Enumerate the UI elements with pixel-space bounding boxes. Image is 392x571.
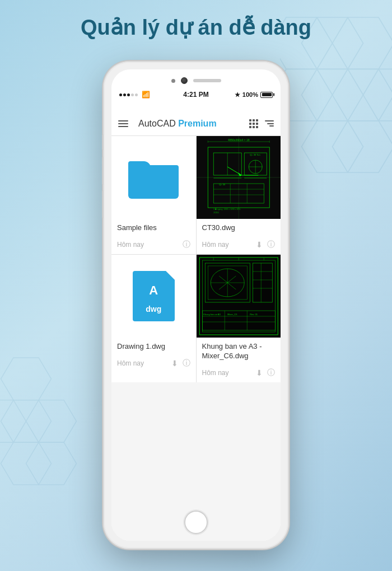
file-card-khung-ban-ve[interactable]: Khung ban ve A3 Mixer_C6 Rev: 01 xyxy=(197,255,281,382)
camera-area xyxy=(171,77,221,84)
download-button-ct30[interactable]: ⬇ xyxy=(256,240,263,249)
file-info-khung-ban-ve: Khung ban ve A3 - Mixer_C6.dwg xyxy=(197,338,281,366)
battery-icon xyxy=(260,92,273,98)
file-actions-drawing1: ⬇ ⓘ xyxy=(171,358,190,368)
folder-body xyxy=(128,165,179,199)
file-thumb-ct30: 4850x360x4 = 18 Q= 30 Q= 30 Ton xyxy=(197,136,281,219)
file-info-drawing1: Drawing 1.dwg xyxy=(111,338,196,356)
file-date-khung-ban-ve: Hôm nay xyxy=(202,369,229,377)
phone-inner: 📶 4:21 PM ★ 100% xyxy=(111,69,281,541)
app-title: AutoCAD Premium xyxy=(138,119,244,129)
svg-marker-4 xyxy=(333,69,393,120)
file-info-sample-files: Sample files xyxy=(111,219,196,237)
svg-marker-5 xyxy=(363,69,393,120)
svg-rect-43 xyxy=(197,255,281,338)
battery-percent: 100% xyxy=(242,91,258,98)
file-name-drawing1: Drawing 1.dwg xyxy=(117,342,190,352)
home-button[interactable] xyxy=(184,511,208,534)
file-card-sample-files[interactable]: Sample files Hôm nay ⓘ xyxy=(111,136,196,254)
dwg-a-letter: A xyxy=(149,283,158,298)
power-button xyxy=(288,162,290,199)
svg-marker-13 xyxy=(1,442,52,485)
svg-marker-9 xyxy=(1,358,52,400)
file-info-ct30: CT30.dwg xyxy=(197,219,281,237)
dwg-corner-white xyxy=(166,271,175,280)
svg-text:Mixer_C6: Mixer_C6 xyxy=(227,313,237,316)
file-name-khung-ban-ve: Khung ban ve A3 - Mixer_C6.dwg xyxy=(202,342,276,361)
svg-marker-12 xyxy=(26,400,77,443)
app-title-main: AutoCAD xyxy=(138,119,176,128)
cad-drawing-khung-ban-ve: Khung ban ve A3 Mixer_C6 Rev: 01 xyxy=(197,255,281,338)
app-title-premium: Premium xyxy=(176,119,217,128)
file-thumb-sample-files xyxy=(111,136,196,219)
app-toolbar: AutoCAD Premium xyxy=(111,111,281,136)
svg-marker-14 xyxy=(26,442,77,485)
download-button-khung-ban-ve[interactable]: ⬇ xyxy=(256,368,263,377)
file-grid: Sample files Hôm nay ⓘ xyxy=(111,136,281,382)
svg-marker-6 xyxy=(302,121,363,172)
menu-button[interactable] xyxy=(118,120,128,127)
folder-icon xyxy=(128,157,179,199)
wifi-icon: 📶 xyxy=(142,91,150,99)
file-card-ct30[interactable]: 4850x360x4 = 18 Q= 30 Q= 30 Ton xyxy=(197,136,281,254)
signal-area: 📶 xyxy=(119,91,150,99)
grid-view-button[interactable] xyxy=(249,119,258,128)
earpiece xyxy=(193,79,221,82)
mute-button xyxy=(102,134,104,150)
download-button-drawing1[interactable]: ⬇ xyxy=(171,359,178,368)
volume-up-button xyxy=(102,157,104,185)
phone-mockup: 📶 4:21 PM ★ 100% xyxy=(104,62,288,549)
bluetooth-icon: ★ xyxy=(235,91,240,99)
file-meta-khung-ban-ve: Hôm nay ⬇ ⓘ xyxy=(197,366,281,382)
sort-button[interactable] xyxy=(265,120,274,127)
file-date-sample-files: Hôm nay xyxy=(117,241,144,249)
volume-down-button xyxy=(102,190,104,218)
file-actions-ct30: ⬇ ⓘ xyxy=(256,240,275,250)
file-thumb-khung-ban-ve: Khung ban ve A3 Mixer_C6 Rev: 01 xyxy=(197,255,281,338)
svg-text:4850x360x4 = 18: 4850x360x4 = 18 xyxy=(227,138,249,142)
toolbar-icons xyxy=(249,119,274,128)
file-meta-drawing1: Hôm nay ⬇ ⓘ xyxy=(111,356,196,373)
clock: 4:21 PM xyxy=(183,91,208,99)
file-date-ct30: Hôm nay xyxy=(202,241,229,249)
status-bar: 📶 4:21 PM ★ 100% xyxy=(111,88,281,101)
battery-area: ★ 100% xyxy=(235,91,273,99)
info-button-sample-files[interactable]: ⓘ xyxy=(183,240,190,250)
phone-shell: 📶 4:21 PM ★ 100% xyxy=(104,62,288,549)
info-button-ct30[interactable]: ⓘ xyxy=(267,240,275,250)
svg-marker-10 xyxy=(0,400,26,443)
top-bezel: 📶 4:21 PM ★ 100% xyxy=(111,69,281,111)
svg-text:Q= 30: Q= 30 xyxy=(219,183,226,186)
file-name-sample-files: Sample files xyxy=(117,223,190,233)
battery-fill xyxy=(262,93,272,96)
svg-marker-3 xyxy=(302,69,363,120)
file-card-drawing1[interactable]: A dwg Drawing 1.dwg Hôm nay xyxy=(111,255,196,382)
front-sensor xyxy=(171,79,175,83)
svg-text:Rev: 01: Rev: 01 xyxy=(250,313,258,316)
file-name-ct30: CT30.dwg xyxy=(202,223,276,233)
svg-text:Khung ban ve A3: Khung ban ve A3 xyxy=(203,313,221,316)
info-button-drawing1[interactable]: ⓘ xyxy=(183,358,190,368)
svg-text:20355: 20355 xyxy=(213,212,219,214)
info-button-khung-ban-ve[interactable]: ⓘ xyxy=(267,368,275,378)
svg-text:Cắt ngang: 1200 x 1200 x 10%: Cắt ngang: 1200 x 1200 x 10% xyxy=(213,208,240,210)
svg-marker-11 xyxy=(1,400,52,443)
front-camera xyxy=(181,77,188,84)
dwg-label: dwg xyxy=(146,305,161,313)
signal-dots xyxy=(119,93,138,96)
svg-text:Q= 30 Ton: Q= 30 Ton xyxy=(250,153,260,156)
app-screen: AutoCAD Premium xyxy=(111,111,281,541)
page-headline: Quản lý dự án dễ dàng xyxy=(0,16,392,40)
file-thumb-drawing1: A dwg xyxy=(111,255,196,338)
file-meta-ct30: Hôm nay ⬇ ⓘ xyxy=(197,237,281,254)
file-date-drawing1: Hôm nay xyxy=(117,359,144,367)
file-actions-khung-ban-ve: ⬇ ⓘ xyxy=(256,368,275,378)
cad-drawing-ct30: 4850x360x4 = 18 Q= 30 Q= 30 Ton xyxy=(197,136,281,219)
file-meta-sample-files: Hôm nay ⓘ xyxy=(111,237,196,254)
file-actions-sample-files: ⓘ xyxy=(183,240,190,250)
svg-marker-7 xyxy=(333,121,393,172)
battery-bar xyxy=(260,92,273,98)
dwg-file-icon: A dwg xyxy=(133,271,175,321)
